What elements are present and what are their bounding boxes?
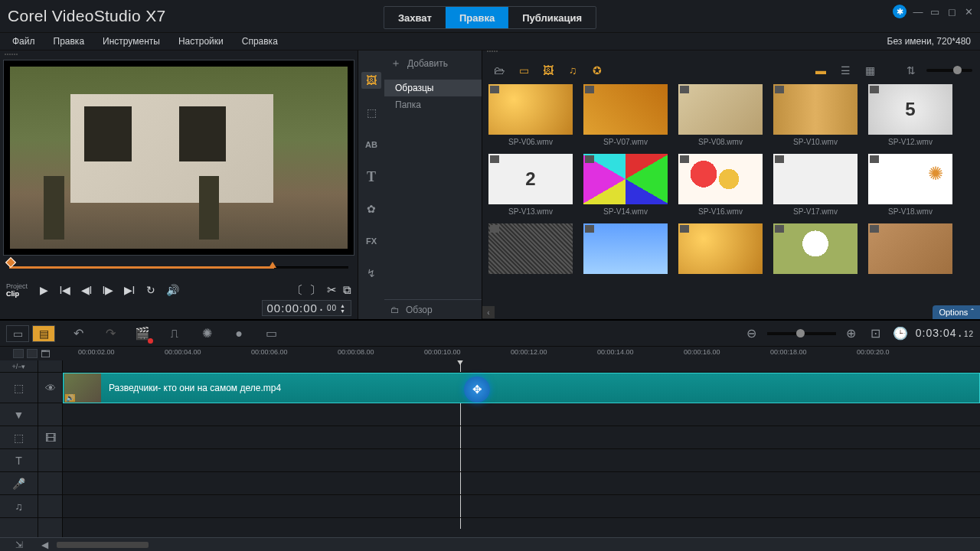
music-track[interactable] [63, 495, 980, 518]
goto-end-icon[interactable]: ▶I [121, 282, 138, 298]
folder-custom[interactable]: Папка [384, 96, 482, 113]
library-item[interactable] [678, 223, 763, 274]
ruler-mode-a-icon[interactable] [13, 349, 24, 358]
library-thumbnail[interactable] [868, 154, 952, 204]
timeline-scrollbar[interactable] [57, 542, 149, 548]
library-thumbnail[interactable]: 5 [868, 84, 952, 135]
video-track-toggle-icon[interactable]: 👁 [38, 373, 62, 403]
library-thumbnail[interactable]: 2 [488, 154, 573, 204]
preview-timecode[interactable]: 00:00:00.00 ▲▼ [262, 300, 351, 316]
overlay-track-header-icon[interactable]: ⬚ [0, 426, 38, 449]
redo-icon[interactable]: ↷ [101, 325, 119, 342]
minimize-icon[interactable]: — [913, 6, 923, 17]
volume-icon[interactable]: 🔊 [164, 282, 181, 298]
sort-icon[interactable]: ⇅ [902, 63, 920, 78]
preview-video[interactable] [3, 60, 354, 256]
menu-edit[interactable]: Правка [44, 36, 94, 47]
show-video-icon[interactable]: ▭ [514, 63, 533, 78]
library-item[interactable]: SP-V17.wmv [773, 154, 858, 216]
mark-out-icon[interactable] [269, 262, 276, 268]
path-tab-icon[interactable]: ↯ [361, 265, 381, 282]
add-track-icon[interactable]: ⇲ [0, 540, 38, 550]
library-thumbnail[interactable] [583, 84, 668, 135]
library-item[interactable]: SP-V10.wmv [773, 84, 858, 146]
close-icon[interactable]: ✕ [963, 6, 974, 17]
view-grid-icon[interactable]: ▦ [861, 63, 879, 78]
music-track-header-icon[interactable]: ♫ [0, 495, 38, 518]
record-icon[interactable]: 🎬 [133, 325, 152, 342]
thumb-zoom-slider[interactable] [926, 69, 972, 72]
zoom-slider[interactable] [767, 332, 836, 335]
show-free-icon[interactable]: ✪ [588, 63, 606, 78]
library-item[interactable]: 2SP-V13.wmv [488, 154, 573, 216]
zoom-in-icon[interactable]: ⊕ [842, 325, 861, 342]
zoom-out-icon[interactable]: ⊖ [743, 325, 761, 342]
library-thumbnail[interactable] [488, 84, 573, 135]
library-item[interactable]: SP-V14.wmv [583, 154, 668, 216]
notification-badge-icon[interactable]: ✱ [893, 5, 906, 18]
library-thumbnail[interactable] [488, 223, 573, 274]
graphic-tab-icon[interactable]: ✿ [361, 201, 381, 217]
goto-start-icon[interactable]: I◀ [57, 282, 74, 298]
mark-in-icon[interactable]: 〔 [292, 283, 303, 298]
browse-button[interactable]: 🗀Обзор [384, 299, 482, 319]
next-frame-icon[interactable]: I▶ [100, 282, 116, 298]
ruler-mode-b-icon[interactable] [27, 349, 38, 358]
library-item[interactable]: SP-V08.wmv [678, 84, 763, 146]
scroll-left-icon[interactable]: ‹ [482, 306, 495, 318]
timeline-view-icon[interactable]: ▤ [32, 325, 55, 342]
tab-capture[interactable]: Захват [384, 7, 446, 28]
overlay-track-toggle-icon[interactable]: 🎞 [38, 426, 62, 449]
library-item[interactable]: SP-V18.wmv [868, 154, 952, 216]
transition-tab-icon[interactable]: ⬚ [361, 104, 381, 121]
motion-icon[interactable]: ● [230, 325, 248, 342]
library-item[interactable]: SP-V07.wmv [583, 84, 668, 146]
fit-project-icon[interactable]: ⊡ [867, 325, 885, 342]
storyboard-view-icon[interactable]: ▭ [6, 325, 29, 342]
show-audio-icon[interactable]: ♫ [564, 63, 582, 78]
import-folder-icon[interactable]: 🗁 [490, 63, 508, 78]
menu-tools[interactable]: Инструменты [93, 36, 169, 47]
title-track[interactable] [63, 449, 980, 472]
expand-tracks-icon[interactable]: ▼ [0, 403, 38, 426]
library-thumbnail[interactable] [773, 223, 858, 274]
view-thumb-icon[interactable]: ▬ [812, 63, 830, 78]
timeline-ruler[interactable]: 🗔 00:00:02.0000:00:04.0000:00:06.0000:00… [0, 347, 980, 360]
text-tab-icon[interactable]: T [361, 168, 381, 185]
media-tab-icon[interactable]: 🖼 [361, 72, 381, 89]
title-tab-icon[interactable]: AB [361, 136, 381, 153]
prev-frame-icon[interactable]: ◀I [78, 282, 95, 298]
title-track-header-icon[interactable]: T [0, 449, 38, 472]
add-folder-button[interactable]: ＋Добавить [384, 55, 482, 72]
library-item[interactable]: 5SP-V12.wmv [868, 84, 952, 146]
mixer-icon[interactable]: ⎍ [165, 325, 184, 342]
library-item[interactable] [773, 223, 858, 274]
library-thumbnail[interactable] [583, 223, 668, 274]
mark-out-icon[interactable]: 〕 [309, 283, 321, 298]
view-list-icon[interactable]: ☰ [836, 63, 854, 78]
library-thumbnail[interactable] [868, 223, 952, 274]
project-clip-toggle[interactable]: Project Clip [6, 282, 28, 298]
maximize-icon[interactable]: ◻ [946, 6, 957, 17]
restore-icon[interactable]: ▭ [929, 6, 940, 17]
repeat-icon[interactable]: ↻ [142, 282, 159, 298]
voice-track[interactable] [63, 472, 980, 495]
library-item[interactable] [868, 223, 952, 274]
pane-grip-icon[interactable] [3, 54, 354, 58]
library-thumbnail[interactable] [773, 84, 858, 135]
library-thumbnail[interactable] [678, 223, 763, 274]
menu-help[interactable]: Справка [233, 36, 287, 47]
spacer-track[interactable] [63, 403, 980, 426]
pane-grip-icon[interactable] [482, 51, 980, 55]
tab-share[interactable]: Публикация [508, 7, 596, 28]
library-item[interactable] [583, 223, 668, 274]
subtitle-icon[interactable]: ▭ [262, 325, 280, 342]
scroll-left-icon[interactable]: ◀ [38, 540, 51, 550]
library-thumbnail[interactable] [678, 154, 763, 204]
video-track-header-icon[interactable]: ⬚ [0, 373, 38, 403]
tab-edit[interactable]: Правка [446, 7, 508, 28]
library-item[interactable] [488, 223, 573, 274]
timeline-clip[interactable]: Разведчики- кто они на самом деле.mp4 ✥ [63, 373, 980, 403]
video-track[interactable]: Разведчики- кто они на самом деле.mp4 ✥ [63, 373, 980, 403]
preview-scrubber[interactable] [5, 259, 353, 276]
